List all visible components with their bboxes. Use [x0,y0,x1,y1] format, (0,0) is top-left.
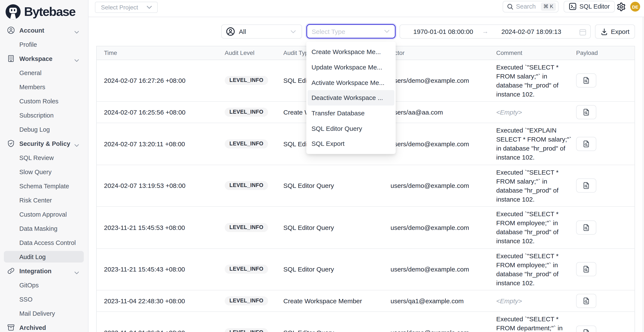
table-row: 2023-11-04 21:26:34 +08:00LEVEL_INFOSQL … [97,312,634,332]
gear-icon[interactable] [616,2,626,11]
cell-comment: Executed `"SELECT * FROM department;"` i… [489,315,569,332]
menu-item-update-workspace-me-[interactable]: Update Workspace Me... [306,59,396,75]
date-to[interactable]: 2024-02-07 18:09:13 [501,28,561,35]
project-select[interactable]: Select Project [95,2,158,13]
sidebar-item-label: Slow Query [19,168,52,175]
bytebase-logo[interactable]: Bytebase [0,0,88,21]
cell-actor: users/demo@example.com [383,224,489,231]
menu-item-create-workspace-me-[interactable]: Create Workspace Me... [306,44,396,59]
file-search-icon [582,77,590,85]
sidebar-item-label: Profile [19,41,37,48]
menu-item-sql-editor-query[interactable]: SQL Editor Query [306,121,396,136]
sidebar-item-members[interactable]: Members [0,80,88,94]
sidebar-item-data-access-control[interactable]: Data Access Control [0,235,88,250]
sidebar-item-security-policy[interactable]: Security & Policy [0,136,88,151]
actor-filter-select[interactable]: All [221,24,302,39]
payload-view-button[interactable] [576,74,596,88]
cell-audit-level: LEVEL_INFO [218,139,276,149]
cell-comment: Executed `"SELECT * FROM salary;"` in da… [489,63,569,99]
file-search-icon [582,182,590,190]
cell-payload [569,326,634,332]
export-button[interactable]: Export [595,24,635,39]
sidebar-item-custom-approval[interactable]: Custom Approval [0,207,88,221]
sidebar-item-workspace[interactable]: Workspace [0,51,88,66]
brand-name: Bytebase [24,4,76,19]
sidebar-item-label: General [19,69,42,76]
sidebar-item-sql-review[interactable]: SQL Review [0,151,88,165]
cell-audit-level: LEVEL_INFO [218,76,276,85]
audit-level-badge: LEVEL_INFO [225,76,268,85]
date-from[interactable]: 1970-01-01 08:00:00 [413,28,473,35]
cell-actor: users/demo@example.com [383,182,489,189]
payload-view-button[interactable] [576,137,596,151]
sidebar-item-debug-log[interactable]: Debug Log [0,122,88,136]
bytebase-logo-icon [6,4,20,19]
menu-item-sql-export[interactable]: SQL Export [306,136,396,151]
payload-view-button[interactable] [576,179,596,193]
cell-comment: Executed `"EXPLAIN SELECT * FROM salary;… [489,126,569,162]
sidebar-item-account[interactable]: Account [0,23,88,37]
sidebar-item-label: Members [19,83,45,90]
cell-audit-level: LEVEL_INFO [218,108,276,117]
audit-level-badge: LEVEL_INFO [225,223,268,232]
cell-time: 2023-11-04 22:48:30 +08:00 [97,297,218,305]
search-input[interactable]: Search ⌘ K [503,1,558,12]
cell-payload [569,220,634,235]
menu-item-deactivate-workspace-[interactable]: Deactivate Workspace ... [308,90,394,105]
type-filter-select[interactable]: Select Type [306,24,396,39]
sidebar-item-gitops[interactable]: GitOps [0,278,88,292]
sidebar-item-label: Debug Log [19,126,50,133]
avatar[interactable]: DE [630,2,640,11]
cell-comment: Executed `"SELECT * FROM employee;"` in … [489,251,569,287]
sidebar-item-risk-center[interactable]: Risk Center [0,193,88,207]
menu-item-transfer-database[interactable]: Transfer Database [306,106,396,121]
scrollbar[interactable] [643,17,644,332]
sidebar-item-mail-delivery[interactable]: Mail Delivery [0,306,88,321]
sidebar-item-label: Risk Center [19,197,52,203]
sidebar-item-label: Security & Policy [19,140,70,147]
payload-view-button[interactable] [576,326,596,332]
chevron-down-icon [290,30,296,33]
cell-payload [569,74,634,88]
sidebar-item-label: Data Access Control [19,239,76,246]
user-circle-icon [226,27,235,36]
chevron-down-icon [384,30,390,33]
sidebar-item-subscription[interactable]: Subscription [0,108,88,122]
link-icon [7,267,15,275]
payload-view-button[interactable] [576,105,596,119]
cell-comment: <Empty> [489,297,569,305]
menu-item-activate-workspace-me-[interactable]: Activate Workspace Me... [306,75,396,90]
payload-view-button[interactable] [576,294,596,308]
cell-comment: Executed `"SELECT * FROM salary;"` in da… [489,168,569,204]
date-range-picker[interactable]: 1970-01-01 08:00:00 → 2024-02-07 18:09:1… [400,24,591,39]
sidebar-item-data-masking[interactable]: Data Masking [0,221,88,235]
sidebar-item-label: Custom Approval [19,211,67,218]
sidebar-item-integration[interactable]: Integration [0,264,88,278]
sidebar-item-general[interactable]: General [0,66,88,80]
sidebar-item-label: Schema Template [19,182,69,189]
chevron-down-icon [74,57,79,65]
sql-editor-button[interactable]: SQL Editor [564,1,615,12]
sidebar-item-schema-template[interactable]: Schema Template [0,179,88,193]
cell-payload [569,105,634,119]
type-filter-placeholder: Select Type [312,28,345,35]
sidebar-item-sso[interactable]: SSO [0,292,88,306]
payload-view-button[interactable] [576,220,596,235]
cell-payload [569,179,634,193]
user-circle-icon [7,26,15,34]
sidebar-item-custom-roles[interactable]: Custom Roles [0,94,88,108]
cell-audit-type: SQL Editor Query [276,329,383,332]
cell-audit-level: LEVEL_INFO [218,328,276,332]
sidebar-item-archived[interactable]: Archived [0,321,88,332]
sidebar-item-label: Custom Roles [19,98,58,104]
sidebar-item-audit-log[interactable]: Audit Log [0,250,88,264]
column-header-audit-level: Audit Level [218,49,276,56]
content: All Select Type 1970-01-01 08:00:00 → 20… [88,17,644,332]
payload-view-button[interactable] [576,262,596,276]
cell-time: 2023-11-21 15:45:53 +08:00 [97,224,218,231]
sidebar-item-slow-query[interactable]: Slow Query [0,165,88,179]
table-row: 2024-02-07 13:19:53 +08:00LEVEL_INFOSQL … [97,165,634,207]
audit-level-badge: LEVEL_INFO [225,328,268,332]
sidebar-item-profile[interactable]: Profile [0,37,88,51]
file-search-icon [582,329,590,332]
